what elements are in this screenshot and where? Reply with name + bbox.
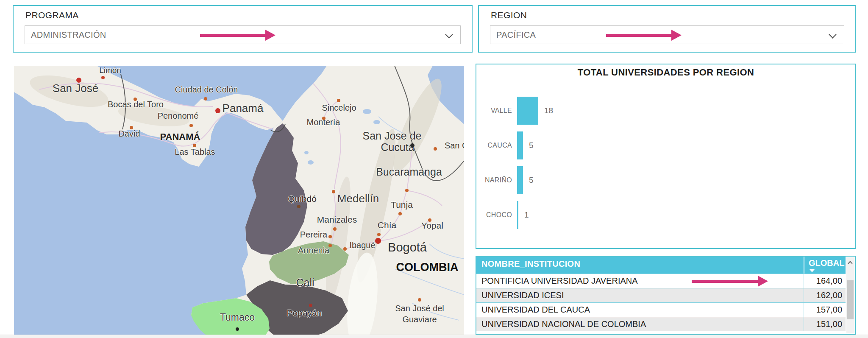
table-row[interactable]: UNIVERSIDAD ICESI162,00 — [476, 288, 846, 302]
bar-value-label: 1 — [524, 210, 529, 220]
programa-dropdown-value: ADMINISTRACIÓN — [31, 30, 106, 40]
slicer-title-programa: PROGRAMA — [25, 10, 79, 20]
column-header-global-label: GLOBAL — [809, 258, 844, 268]
programa-dropdown[interactable]: ADMINISTRACIÓN — [25, 25, 461, 44]
bar[interactable] — [517, 201, 518, 229]
cell-global: 157,00 — [804, 303, 846, 317]
bar-row: CHOCO1 — [476, 201, 851, 229]
scroll-thumb[interactable] — [847, 280, 854, 319]
table-row[interactable]: PONTIFICIA UNIVERSIDAD JAVERIANA164,00 — [476, 274, 846, 288]
table-scrollbar[interactable] — [846, 257, 854, 333]
highlight-arrow-line — [606, 34, 671, 37]
column-header-nombre[interactable]: NOMBRE_INSTITUCION — [476, 257, 804, 274]
slicer-title-region: REGION — [491, 10, 527, 20]
chevron-down-icon — [445, 31, 453, 38]
cell-nombre: UNIVERSIDAD ICESI — [476, 288, 804, 302]
cell-global: 162,00 — [804, 288, 846, 302]
chevron-up-icon — [848, 261, 852, 265]
slicer-panel-region: REGION PACÍFICA — [478, 5, 856, 53]
cell-nombre: UNIVERSIDAD NACIONAL DE COLOMBIA — [476, 317, 804, 331]
chart-title: TOTAL UNIVERSIDADES POR REGION — [476, 67, 855, 78]
bar-row: CAUCA5 — [476, 131, 851, 159]
slicer-panel-programa: PROGRAMA ADMINISTRACIÓN — [13, 5, 473, 53]
table-body: PONTIFICIA UNIVERSIDAD JAVERIANA164,00UN… — [476, 274, 846, 331]
bar-rows: VALLE18CAUCA5NARIÑO5CHOCO1 — [476, 97, 851, 236]
highlight-arrow-line — [200, 34, 265, 37]
bar-category-label: CHOCO — [476, 211, 517, 219]
map-canvas — [14, 66, 464, 338]
sort-descending-icon — [810, 269, 815, 272]
bar[interactable] — [517, 166, 523, 194]
bar-value-label: 5 — [529, 141, 534, 150]
bottom-strip — [0, 335, 868, 338]
table-content: NOMBRE_INSTITUCION GLOBAL PONTIFICIA UNI… — [476, 257, 846, 331]
cell-global: 151,00 — [804, 317, 846, 331]
highlight-arrow — [606, 30, 682, 41]
table-row[interactable]: UNIVERSIDAD NACIONAL DE COLOMBIA151,00 — [476, 317, 846, 331]
scroll-up-button[interactable] — [846, 257, 854, 268]
table-header: NOMBRE_INSTITUCION GLOBAL — [476, 257, 846, 274]
bar[interactable] — [517, 97, 538, 125]
cell-global: 164,00 — [804, 274, 846, 288]
bar-category-label: NARIÑO — [476, 176, 517, 184]
bar-row: VALLE18 — [476, 97, 851, 125]
bar-category-label: VALLE — [476, 107, 517, 115]
bar-category-label: CAUCA — [476, 142, 517, 149]
bar-row: NARIÑO5 — [476, 166, 851, 194]
bar[interactable] — [517, 131, 523, 159]
column-header-global[interactable]: GLOBAL — [804, 257, 846, 274]
bar-value-label: 5 — [529, 176, 534, 185]
region-dropdown-value: PACÍFICA — [496, 30, 536, 40]
page-root: { "colors": { "panel_border": "#4AC0CE",… — [0, 0, 868, 338]
chart-panel: TOTAL UNIVERSIDADES POR REGION VALLE18CA… — [476, 64, 856, 249]
table-row[interactable]: UNIVERSIDAD DEL CAUCA157,00 — [476, 302, 846, 317]
region-dropdown[interactable]: PACÍFICA — [490, 25, 844, 44]
table-panel: NOMBRE_INSTITUCION GLOBAL PONTIFICIA UNI… — [476, 256, 856, 335]
cell-nombre: UNIVERSIDAD DEL CAUCA — [476, 303, 804, 317]
cell-nombre: PONTIFICIA UNIVERSIDAD JAVERIANA — [476, 274, 804, 288]
map-visual[interactable]: LimónSan JoséCiudad de ColónBocas del To… — [14, 66, 464, 338]
bar-value-label: 18 — [544, 106, 553, 115]
highlight-arrow-head — [671, 30, 682, 41]
chevron-down-icon — [829, 31, 836, 38]
highlight-arrow-head — [265, 30, 275, 41]
highlight-arrow — [200, 30, 275, 41]
